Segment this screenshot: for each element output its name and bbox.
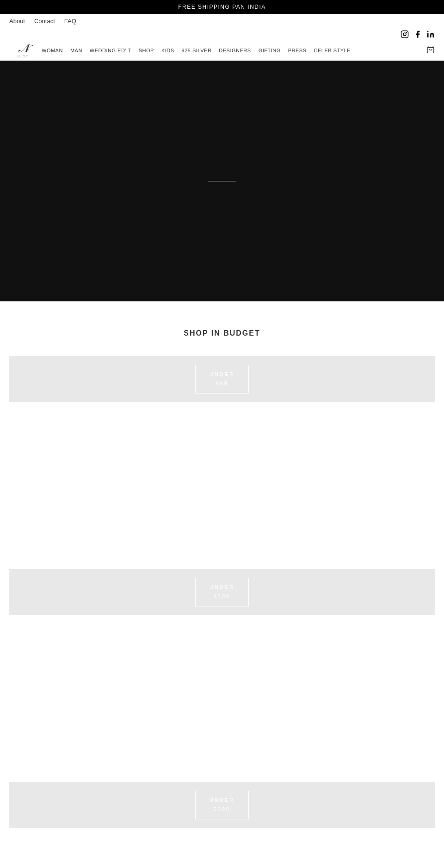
nav-shop[interactable]: SHOP [139,48,154,53]
bottom-spacer [9,837,435,868]
facebook-icon[interactable] [413,30,422,38]
nav-press[interactable]: PRESS [288,48,307,53]
svg-rect-3 [427,33,429,37]
about-link[interactable]: About [9,18,25,25]
budget-item-1: UNDER 999 [9,356,435,402]
svg-point-2 [406,32,407,33]
budget-spacer-1 [9,412,435,569]
shop-budget-section: SHOP IN BUDGET UNDER 999 UNDER 2500 UNDE… [0,301,444,868]
contact-link[interactable]: Contact [34,18,55,25]
linkedin-icon[interactable] [426,30,435,38]
budget-label-1: UNDER 999 [195,365,249,393]
budget-item-3: UNDER 5000 [9,782,435,828]
faq-link[interactable]: FAQ [64,18,76,25]
svg-rect-0 [401,31,408,38]
budget-banner-3[interactable]: UNDER 5000 [9,782,435,828]
main-nav: WOMAN MAN WEDDING ED'IT SHOP KIDS 925 SI… [42,48,426,53]
nav-celeb-style[interactable]: CELEB STYLE [314,48,351,53]
svg-point-4 [427,31,429,32]
budget-label-2: UNDER 2500 [195,578,249,606]
cart-icon[interactable] [426,45,435,56]
secondary-nav: About Contact FAQ [0,14,444,28]
nav-woman[interactable]: WOMAN [42,48,63,53]
main-header: 𝒩 Niot WOMAN MAN WEDDING ED'IT SHOP KIDS… [0,40,444,61]
instagram-icon[interactable] [401,30,409,38]
nav-wedding-edit[interactable]: WEDDING ED'IT [90,48,131,53]
logo-sub: Niot [18,55,29,58]
nav-925-silver[interactable]: 925 SILVER [182,48,212,53]
announcement-bar: FREE SHIPPING PAN INDIA [0,0,444,14]
hero-line [208,181,236,181]
nav-gifting[interactable]: GIFTING [259,48,281,53]
budget-banner-1[interactable]: UNDER 999 [9,356,435,402]
budget-banner-2[interactable]: UNDER 2500 [9,569,435,615]
social-row [0,28,444,40]
svg-point-1 [403,33,406,36]
nav-designers[interactable]: DESIGNERS [219,48,251,53]
announcement-text: FREE SHIPPING PAN INDIA [178,4,266,10]
logo-text: 𝒩 [18,43,28,55]
budget-spacer-2 [9,624,435,782]
nav-man[interactable]: MAN [70,48,82,53]
section-title: SHOP IN BUDGET [9,329,435,337]
nav-kids[interactable]: KIDS [161,48,174,53]
budget-label-3: UNDER 5000 [195,791,249,819]
hero-section [0,61,444,301]
budget-item-2: UNDER 2500 [9,569,435,615]
logo[interactable]: 𝒩 Niot [9,43,37,58]
